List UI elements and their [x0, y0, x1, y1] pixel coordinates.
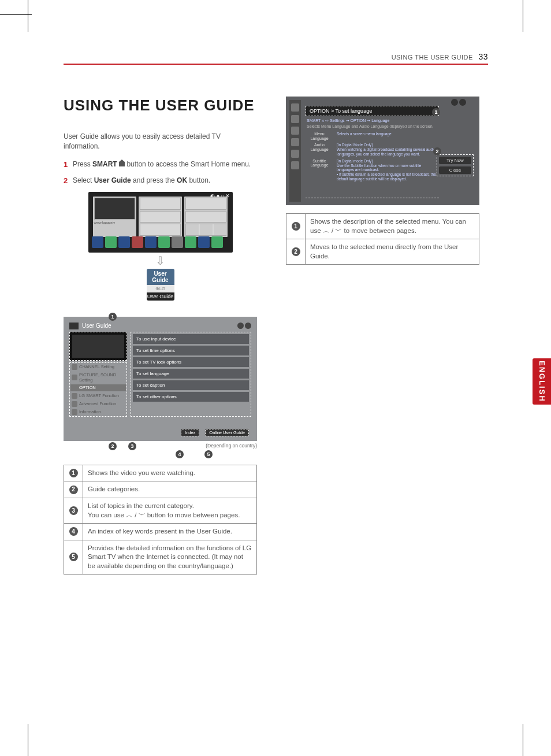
intro-text: User Guide allows you to easily access d…	[64, 132, 257, 151]
category-list: CHANNEL Setting PICTURE, SOUND Setting O…	[69, 362, 127, 417]
marker-5: 5	[204, 450, 213, 458]
breadcrumb: OPTION > To set language	[306, 106, 439, 116]
video-preview	[69, 332, 127, 361]
marker-3: 3	[128, 442, 136, 450]
language-tab: ENGLISH	[533, 358, 551, 405]
nav-path: SMART ⌂ ⇨ Settings ➙ OPTION ➙ Language	[307, 118, 438, 123]
arrow-down-icon: ⇩	[88, 254, 233, 268]
min-icon	[451, 99, 458, 106]
user-guide-app-icon: User Guide ⊕LG User Guide	[147, 269, 174, 301]
try-now-button: Try Now	[439, 157, 471, 164]
detail-panel-figure: OPTION > To set language SMART ⌂ ⇨ Setti…	[286, 97, 479, 205]
marker-4: 4	[176, 450, 184, 458]
home-icon	[119, 161, 125, 166]
marker-1: 1	[432, 108, 440, 116]
step-2: 2 Select User Guide and press the OK but…	[64, 176, 257, 186]
user-guide-panel-figure: User Guide CHANNEL Setting PICTURE, SOUN…	[64, 317, 257, 441]
marker-1: 1	[109, 313, 117, 321]
section-name: USING THE USER GUIDE	[392, 54, 473, 61]
crop-mark	[28, 724, 28, 756]
crop-mark	[523, 0, 523, 32]
min-icon	[237, 323, 244, 329]
legend-table-2: 1Shows the description of the selected m…	[286, 213, 479, 265]
page-title: USING THE USER GUIDE	[64, 97, 257, 114]
page-number: 33	[478, 52, 488, 61]
close-icon	[459, 99, 466, 106]
legend-table-1: 1Shows the video you were watching. 2Gui…	[64, 465, 257, 575]
step-1: 1 Press SMART button to access the Smart…	[64, 160, 257, 170]
crop-mark	[523, 724, 523, 756]
nav-desc: Selects Menu Language and Audio Language…	[307, 124, 438, 128]
smart-home-figure: ◐ ● ○ ✕ www.lggggstv ⇩ User Guide ⊕LG Us…	[88, 192, 233, 301]
close-icon	[245, 323, 251, 329]
depending-note: (Depending on country)	[64, 443, 257, 449]
steps-list: 1 Press SMART button to access the Smart…	[64, 160, 257, 186]
panel-title: User Guide	[82, 323, 111, 329]
crop-mark	[28, 0, 28, 32]
crop-mark	[0, 14, 32, 15]
detail-buttons: Try Now Close	[437, 154, 474, 176]
online-button: Online User Guide	[205, 429, 249, 436]
index-button: Index	[181, 429, 199, 436]
running-header: USING THE USER GUIDE 33	[64, 52, 488, 65]
panel-icon	[69, 323, 79, 329]
close-button: Close	[439, 166, 471, 174]
marker-2: 2	[109, 442, 117, 450]
topic-list: To use input device To set time options …	[131, 332, 251, 417]
marker-2: 2	[433, 147, 441, 155]
